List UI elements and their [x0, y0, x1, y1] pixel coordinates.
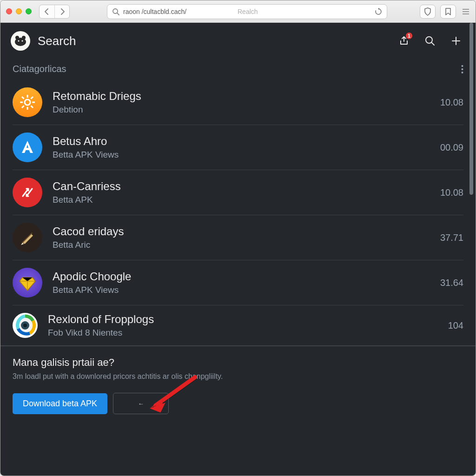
- search-button[interactable]: [421, 32, 439, 50]
- item-subtitle: Betta APK: [53, 195, 430, 205]
- svg-point-9: [22, 40, 23, 42]
- footer-promo: Mana galisis prtaii ae? 3m loadl put wit…: [0, 345, 476, 427]
- address-text: raoon /cultacbld.cach/: [123, 8, 186, 15]
- item-title: Rexlond of Fropplogs: [48, 313, 438, 326]
- svg-point-16: [462, 72, 463, 73]
- item-subtitle: Debtion: [53, 105, 430, 115]
- item-title: Apodic Choogle: [53, 270, 430, 283]
- list-item[interactable]: Apodic Choogle Betta APK Views 31.64: [13, 260, 463, 305]
- item-text: Apodic Choogle Betta APK Views: [53, 270, 430, 295]
- svg-line-23: [31, 106, 33, 108]
- item-text: Betus Ahro Betta APK Views: [53, 135, 430, 160]
- item-text: Can-Canriess Betta APK: [53, 180, 430, 205]
- list-item[interactable]: Retomabic Driegs Debtion 10.08: [13, 80, 463, 125]
- svg-line-22: [22, 97, 24, 99]
- app-icon-ring: [13, 313, 38, 338]
- more-menu-icon[interactable]: [461, 65, 463, 74]
- item-meta: 00.09: [440, 142, 463, 153]
- svg-line-25: [31, 97, 33, 99]
- item-subtitle: Fob Vikd 8 Nientes: [48, 328, 438, 338]
- svg-point-14: [462, 65, 463, 67]
- app-icon-letter-a: [13, 132, 42, 162]
- footer-buttons: Download beta APK ←: [13, 393, 463, 414]
- item-meta: 37.71: [440, 232, 463, 243]
- maximize-window-button[interactable]: [26, 8, 32, 14]
- item-subtitle: Betta Aric: [53, 240, 430, 250]
- menu-icon[interactable]: [462, 5, 470, 19]
- footer-title: Mana galisis prtaii ae?: [13, 357, 463, 369]
- app-icon-arrows: [13, 178, 42, 207]
- item-title: Cacod eridays: [53, 225, 430, 238]
- app-content: Search 1 Ciatagorlicas: [0, 23, 476, 476]
- arrow-left-icon: ←: [138, 400, 144, 407]
- share-button[interactable]: 1: [395, 32, 413, 50]
- app-list: Retomabic Driegs Debtion 10.08 Betus Ahr…: [0, 80, 476, 345]
- address-placeholder: Realch: [238, 8, 258, 15]
- svg-point-8: [18, 40, 20, 42]
- svg-point-29: [23, 324, 27, 327]
- list-item[interactable]: Can-Canriess Betta APK 10.08: [13, 170, 463, 215]
- item-subtitle: Betta APK Views: [53, 150, 430, 160]
- nav-button-group: [39, 5, 70, 19]
- notification-badge: 1: [406, 33, 412, 39]
- item-meta: 104: [448, 320, 463, 331]
- svg-point-15: [462, 68, 463, 70]
- reload-icon[interactable]: [375, 8, 382, 15]
- footer-subtitle: 3m loadl put with a downlored pricors ac…: [13, 372, 463, 381]
- section-header: Ciatagorlicas: [0, 59, 476, 80]
- window-controls: [6, 8, 32, 14]
- item-text: Cacod eridays Betta Aric: [53, 225, 430, 250]
- scrollbar-track: [470, 23, 474, 288]
- item-meta: 31.64: [440, 278, 463, 288]
- add-button[interactable]: [447, 32, 465, 50]
- item-meta: 10.08: [440, 187, 463, 198]
- forward-button[interactable]: [54, 5, 69, 18]
- minimize-window-button[interactable]: [16, 8, 22, 14]
- toolbar-right: [420, 5, 470, 19]
- secondary-button[interactable]: ←: [113, 393, 169, 414]
- svg-point-17: [25, 99, 30, 105]
- app-icon-gem: [13, 268, 42, 298]
- list-item[interactable]: Betus Ahro Betta APK Views 00.09: [13, 125, 463, 170]
- bookmark-icon[interactable]: [440, 5, 456, 19]
- item-title: Can-Canriess: [53, 180, 430, 193]
- svg-line-11: [431, 42, 434, 45]
- item-title: Retomabic Driegs: [53, 90, 430, 103]
- page-title: Search: [38, 34, 76, 48]
- address-bar[interactable]: raoon /cultacbld.cach/ Realch: [107, 4, 387, 19]
- app-icon-gear: [13, 87, 42, 117]
- item-text: Rexlond of Fropplogs Fob Vikd 8 Nientes: [48, 313, 438, 338]
- search-icon: [112, 8, 119, 15]
- item-title: Betus Ahro: [53, 135, 430, 148]
- svg-point-6: [15, 36, 19, 40]
- section-title: Ciatagorlicas: [13, 64, 66, 74]
- app-header: Search 1: [0, 23, 476, 59]
- svg-line-1: [117, 13, 119, 15]
- app-icon-pencil: [13, 223, 42, 252]
- close-window-button[interactable]: [6, 8, 12, 14]
- svg-point-7: [22, 36, 26, 40]
- address-bar-wrap: raoon /cultacbld.cach/ Realch: [107, 4, 387, 19]
- scrollbar-thumb[interactable]: [469, 23, 473, 195]
- browser-toolbar: raoon /cultacbld.cach/ Realch: [0, 0, 476, 23]
- shield-icon[interactable]: [420, 5, 436, 19]
- item-subtitle: Betta APK Views: [53, 285, 430, 295]
- back-button[interactable]: [40, 5, 54, 18]
- item-meta: 10.08: [440, 97, 463, 108]
- download-beta-button[interactable]: Download beta APK: [13, 393, 107, 414]
- item-text: Retomabic Driegs Debtion: [53, 90, 430, 115]
- list-item[interactable]: Rexlond of Fropplogs Fob Vikd 8 Nientes …: [13, 305, 463, 345]
- list-item[interactable]: Cacod eridays Betta Aric 37.71: [13, 215, 463, 260]
- browser-window: raoon /cultacbld.cach/ Realch: [0, 0, 476, 476]
- svg-line-24: [22, 106, 24, 108]
- app-logo: [11, 31, 30, 51]
